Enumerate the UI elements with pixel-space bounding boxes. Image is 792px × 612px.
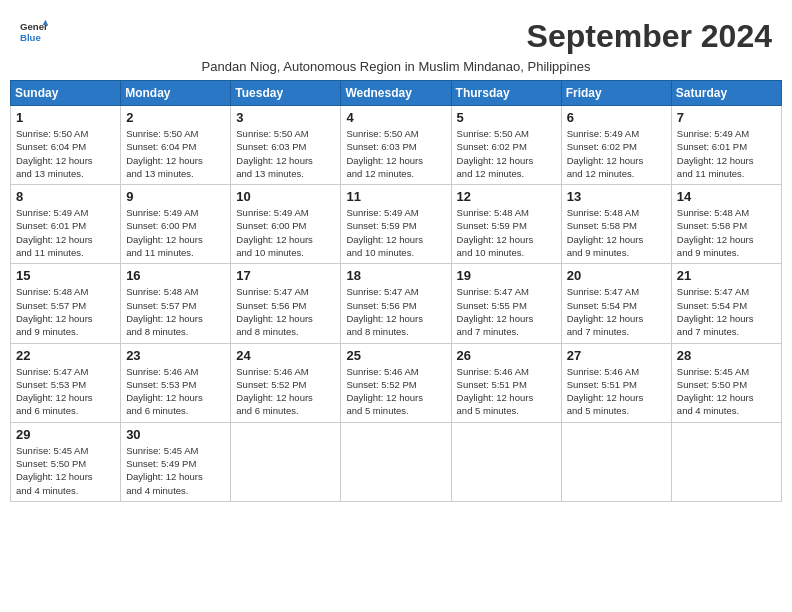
- calendar-cell: 2Sunrise: 5:50 AM Sunset: 6:04 PM Daylig…: [121, 106, 231, 185]
- column-header-tuesday: Tuesday: [231, 81, 341, 106]
- day-info: Sunrise: 5:46 AM Sunset: 5:52 PM Dayligh…: [236, 365, 335, 418]
- logo: General Blue: [20, 18, 48, 46]
- day-number: 26: [457, 348, 556, 363]
- calendar-cell: 28Sunrise: 5:45 AM Sunset: 5:50 PM Dayli…: [671, 343, 781, 422]
- day-number: 6: [567, 110, 666, 125]
- column-header-thursday: Thursday: [451, 81, 561, 106]
- day-info: Sunrise: 5:49 AM Sunset: 6:01 PM Dayligh…: [677, 127, 776, 180]
- column-header-wednesday: Wednesday: [341, 81, 451, 106]
- calendar-cell: 12Sunrise: 5:48 AM Sunset: 5:59 PM Dayli…: [451, 185, 561, 264]
- calendar-cell: 29Sunrise: 5:45 AM Sunset: 5:50 PM Dayli…: [11, 422, 121, 501]
- calendar-week-row: 22Sunrise: 5:47 AM Sunset: 5:53 PM Dayli…: [11, 343, 782, 422]
- calendar-cell: 22Sunrise: 5:47 AM Sunset: 5:53 PM Dayli…: [11, 343, 121, 422]
- calendar-subtitle: Pandan Niog, Autonomous Region in Muslim…: [10, 59, 782, 74]
- day-info: Sunrise: 5:47 AM Sunset: 5:53 PM Dayligh…: [16, 365, 115, 418]
- calendar-cell: 9Sunrise: 5:49 AM Sunset: 6:00 PM Daylig…: [121, 185, 231, 264]
- day-info: Sunrise: 5:48 AM Sunset: 5:59 PM Dayligh…: [457, 206, 556, 259]
- calendar-cell: 18Sunrise: 5:47 AM Sunset: 5:56 PM Dayli…: [341, 264, 451, 343]
- day-number: 9: [126, 189, 225, 204]
- day-number: 25: [346, 348, 445, 363]
- calendar-cell: 3Sunrise: 5:50 AM Sunset: 6:03 PM Daylig…: [231, 106, 341, 185]
- day-number: 4: [346, 110, 445, 125]
- calendar-cell: 15Sunrise: 5:48 AM Sunset: 5:57 PM Dayli…: [11, 264, 121, 343]
- day-info: Sunrise: 5:47 AM Sunset: 5:54 PM Dayligh…: [567, 285, 666, 338]
- calendar-week-row: 15Sunrise: 5:48 AM Sunset: 5:57 PM Dayli…: [11, 264, 782, 343]
- day-number: 5: [457, 110, 556, 125]
- page-header: General Blue September 2024: [10, 10, 782, 59]
- day-number: 14: [677, 189, 776, 204]
- calendar-week-row: 8Sunrise: 5:49 AM Sunset: 6:01 PM Daylig…: [11, 185, 782, 264]
- day-info: Sunrise: 5:48 AM Sunset: 5:58 PM Dayligh…: [567, 206, 666, 259]
- column-header-sunday: Sunday: [11, 81, 121, 106]
- day-info: Sunrise: 5:45 AM Sunset: 5:50 PM Dayligh…: [677, 365, 776, 418]
- day-number: 24: [236, 348, 335, 363]
- calendar-cell: 6Sunrise: 5:49 AM Sunset: 6:02 PM Daylig…: [561, 106, 671, 185]
- day-info: Sunrise: 5:47 AM Sunset: 5:54 PM Dayligh…: [677, 285, 776, 338]
- day-number: 11: [346, 189, 445, 204]
- day-info: Sunrise: 5:49 AM Sunset: 6:02 PM Dayligh…: [567, 127, 666, 180]
- calendar-week-row: 29Sunrise: 5:45 AM Sunset: 5:50 PM Dayli…: [11, 422, 782, 501]
- day-number: 20: [567, 268, 666, 283]
- day-info: Sunrise: 5:50 AM Sunset: 6:04 PM Dayligh…: [16, 127, 115, 180]
- day-info: Sunrise: 5:48 AM Sunset: 5:57 PM Dayligh…: [126, 285, 225, 338]
- day-number: 2: [126, 110, 225, 125]
- day-number: 29: [16, 427, 115, 442]
- calendar-cell: 4Sunrise: 5:50 AM Sunset: 6:03 PM Daylig…: [341, 106, 451, 185]
- day-info: Sunrise: 5:48 AM Sunset: 5:58 PM Dayligh…: [677, 206, 776, 259]
- day-number: 16: [126, 268, 225, 283]
- day-number: 3: [236, 110, 335, 125]
- day-info: Sunrise: 5:50 AM Sunset: 6:02 PM Dayligh…: [457, 127, 556, 180]
- day-number: 12: [457, 189, 556, 204]
- day-number: 15: [16, 268, 115, 283]
- calendar-cell: [341, 422, 451, 501]
- calendar-cell: 21Sunrise: 5:47 AM Sunset: 5:54 PM Dayli…: [671, 264, 781, 343]
- day-number: 1: [16, 110, 115, 125]
- column-header-saturday: Saturday: [671, 81, 781, 106]
- calendar-cell: 25Sunrise: 5:46 AM Sunset: 5:52 PM Dayli…: [341, 343, 451, 422]
- day-info: Sunrise: 5:47 AM Sunset: 5:55 PM Dayligh…: [457, 285, 556, 338]
- day-info: Sunrise: 5:47 AM Sunset: 5:56 PM Dayligh…: [236, 285, 335, 338]
- calendar-cell: 23Sunrise: 5:46 AM Sunset: 5:53 PM Dayli…: [121, 343, 231, 422]
- calendar-cell: 14Sunrise: 5:48 AM Sunset: 5:58 PM Dayli…: [671, 185, 781, 264]
- day-number: 18: [346, 268, 445, 283]
- day-number: 10: [236, 189, 335, 204]
- calendar-cell: 1Sunrise: 5:50 AM Sunset: 6:04 PM Daylig…: [11, 106, 121, 185]
- calendar-cell: 7Sunrise: 5:49 AM Sunset: 6:01 PM Daylig…: [671, 106, 781, 185]
- day-info: Sunrise: 5:45 AM Sunset: 5:50 PM Dayligh…: [16, 444, 115, 497]
- day-info: Sunrise: 5:45 AM Sunset: 5:49 PM Dayligh…: [126, 444, 225, 497]
- day-number: 28: [677, 348, 776, 363]
- day-number: 19: [457, 268, 556, 283]
- day-info: Sunrise: 5:50 AM Sunset: 6:03 PM Dayligh…: [236, 127, 335, 180]
- calendar-cell: [451, 422, 561, 501]
- day-number: 27: [567, 348, 666, 363]
- calendar-cell: 19Sunrise: 5:47 AM Sunset: 5:55 PM Dayli…: [451, 264, 561, 343]
- calendar-table: SundayMondayTuesdayWednesdayThursdayFrid…: [10, 80, 782, 502]
- calendar-cell: 11Sunrise: 5:49 AM Sunset: 5:59 PM Dayli…: [341, 185, 451, 264]
- calendar-cell: 20Sunrise: 5:47 AM Sunset: 5:54 PM Dayli…: [561, 264, 671, 343]
- month-title: September 2024: [527, 18, 772, 55]
- day-number: 30: [126, 427, 225, 442]
- calendar-cell: 27Sunrise: 5:46 AM Sunset: 5:51 PM Dayli…: [561, 343, 671, 422]
- day-info: Sunrise: 5:50 AM Sunset: 6:04 PM Dayligh…: [126, 127, 225, 180]
- day-info: Sunrise: 5:49 AM Sunset: 5:59 PM Dayligh…: [346, 206, 445, 259]
- calendar-cell: 5Sunrise: 5:50 AM Sunset: 6:02 PM Daylig…: [451, 106, 561, 185]
- calendar-week-row: 1Sunrise: 5:50 AM Sunset: 6:04 PM Daylig…: [11, 106, 782, 185]
- day-info: Sunrise: 5:46 AM Sunset: 5:51 PM Dayligh…: [567, 365, 666, 418]
- calendar-cell: 30Sunrise: 5:45 AM Sunset: 5:49 PM Dayli…: [121, 422, 231, 501]
- day-info: Sunrise: 5:49 AM Sunset: 6:00 PM Dayligh…: [126, 206, 225, 259]
- day-number: 13: [567, 189, 666, 204]
- calendar-cell: 8Sunrise: 5:49 AM Sunset: 6:01 PM Daylig…: [11, 185, 121, 264]
- calendar-cell: 26Sunrise: 5:46 AM Sunset: 5:51 PM Dayli…: [451, 343, 561, 422]
- calendar-cell: [671, 422, 781, 501]
- logo-icon: General Blue: [20, 18, 48, 46]
- day-info: Sunrise: 5:49 AM Sunset: 6:01 PM Dayligh…: [16, 206, 115, 259]
- svg-text:General: General: [20, 21, 48, 32]
- day-info: Sunrise: 5:50 AM Sunset: 6:03 PM Dayligh…: [346, 127, 445, 180]
- calendar-cell: 10Sunrise: 5:49 AM Sunset: 6:00 PM Dayli…: [231, 185, 341, 264]
- day-info: Sunrise: 5:47 AM Sunset: 5:56 PM Dayligh…: [346, 285, 445, 338]
- calendar-cell: 17Sunrise: 5:47 AM Sunset: 5:56 PM Dayli…: [231, 264, 341, 343]
- column-header-friday: Friday: [561, 81, 671, 106]
- calendar-cell: [231, 422, 341, 501]
- svg-text:Blue: Blue: [20, 32, 41, 43]
- calendar-cell: [561, 422, 671, 501]
